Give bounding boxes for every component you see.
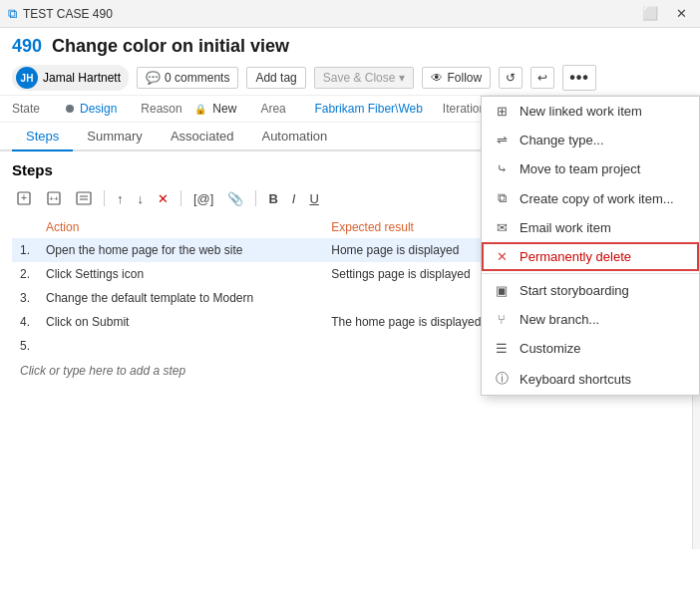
title-bar-text: TEST CASE 490 [23, 7, 113, 21]
menu-item-move-team[interactable]: ⤷Move to team project [482, 154, 699, 183]
toolbar-italic[interactable]: I [288, 189, 300, 208]
toolbar-move-down[interactable]: ↓ [134, 189, 149, 208]
branch-icon: ⑂ [494, 312, 510, 327]
col-num [12, 218, 38, 238]
state-label: State [12, 102, 60, 116]
menu-item-customize[interactable]: ☰Customize [482, 334, 699, 363]
toolbar-add-step[interactable]: + [12, 188, 36, 208]
menu-item-perm-delete[interactable]: ✕Permanently delete [482, 242, 699, 271]
title-bar-left: ⧉ TEST CASE 490 [8, 6, 113, 22]
maximize-button[interactable]: ⬜ [637, 4, 663, 23]
add-tag-label: Add tag [255, 71, 296, 85]
more-icon: ••• [569, 69, 589, 87]
menu-item-new-linked[interactable]: ⊞New linked work item [482, 97, 699, 126]
area-field: Area Fabrikam Fiber\Web [260, 102, 422, 116]
work-item-id: 490 [12, 36, 42, 57]
menu-item-label: Start storyboarding [520, 283, 629, 298]
menu-item-label: Permanently delete [520, 249, 631, 264]
svg-text:++: ++ [49, 194, 59, 203]
tab-steps[interactable]: Steps [12, 123, 73, 151]
comments-label: 0 comments [165, 71, 229, 85]
step-num: 4. [12, 310, 38, 334]
toolbar-add-shared-step[interactable]: ++ [42, 188, 66, 208]
user-pill[interactable]: JH Jamal Hartnett [12, 65, 129, 91]
step-num: 1. [12, 238, 38, 262]
info-icon: ⓘ [494, 370, 510, 388]
menu-item-label: New branch... [520, 312, 599, 327]
svg-text:+: + [21, 191, 27, 203]
follow-button[interactable]: 👁 Follow [422, 67, 491, 89]
menu-item-keyboard[interactable]: ⓘKeyboard shortcuts [482, 363, 699, 395]
menu-item-label: New linked work item [520, 104, 642, 119]
customize-icon: ☰ [494, 341, 510, 356]
save-dropdown-icon: ▾ [399, 71, 405, 85]
step-action[interactable]: Change the default template to Modern [38, 286, 323, 310]
toolbar-underline[interactable]: U [305, 189, 322, 208]
more-button[interactable]: ••• [562, 65, 596, 91]
toolbar-move-up[interactable]: ↑ [113, 189, 128, 208]
comment-icon: 💬 [146, 71, 161, 85]
menu-item-email-item[interactable]: ✉Email work item [482, 213, 699, 242]
menu-item-label: Keyboard shortcuts [520, 372, 631, 387]
menu-item-label: Move to team project [520, 161, 640, 176]
grid-icon: ⊞ [494, 104, 510, 119]
step-num: 3. [12, 286, 38, 310]
add-tag-button[interactable]: Add tag [246, 67, 305, 89]
comments-button[interactable]: 💬 0 comments [137, 67, 238, 89]
user-name: Jamal Hartnett [43, 71, 121, 85]
toolbar-sep-1 [104, 190, 105, 206]
step-action[interactable]: Open the home page for the web site [38, 238, 323, 262]
menu-item-new-branch[interactable]: ⑂New branch... [482, 305, 699, 334]
reason-value[interactable]: New [212, 102, 236, 116]
reason-field: Reason 🔒 New [141, 102, 236, 116]
refresh-button[interactable]: ↺ [499, 67, 523, 89]
menu-item-label: Customize [520, 341, 580, 356]
work-item-title: 490 Change color on initial view [12, 36, 688, 57]
undo-button[interactable]: ↩ [530, 67, 554, 89]
col-action: Action [38, 218, 323, 238]
work-item-title-text: Change color on initial view [52, 36, 289, 57]
story-icon: ▣ [494, 283, 510, 298]
toolbar-insert-step[interactable] [72, 188, 96, 208]
svg-rect-4 [77, 192, 91, 204]
menu-item-label: Change type... [520, 133, 604, 148]
toolbar-sep-2 [180, 190, 181, 206]
area-value[interactable]: Fabrikam Fiber\Web [314, 102, 422, 116]
toolbar-param[interactable]: [@] [189, 189, 217, 208]
state-field: State Design [12, 102, 117, 116]
title-bar-right: ⬜ ✕ [637, 4, 692, 23]
close-button[interactable]: ✕ [671, 4, 692, 23]
toolbar-bold[interactable]: B [264, 189, 281, 208]
area-label: Area [260, 102, 308, 116]
lock-icon: 🔒 [194, 104, 206, 115]
follow-icon: 👁 [431, 71, 443, 85]
reason-label: Reason [141, 102, 188, 116]
tab-summary[interactable]: Summary [73, 123, 157, 151]
email-icon: ✉ [494, 220, 510, 235]
toolbar-delete[interactable]: ✕ [154, 189, 173, 208]
avatar: JH [16, 67, 38, 89]
menu-item-label: Create copy of work item... [520, 191, 674, 206]
save-close-button[interactable]: Save & Close ▾ [314, 67, 415, 89]
refresh-icon: ↺ [506, 71, 516, 85]
context-menu: ⊞New linked work item⇌Change type...⤷Mov… [481, 96, 700, 396]
step-num: 2. [12, 262, 38, 286]
arrows-icon: ⇌ [494, 133, 510, 148]
step-action[interactable]: Click on Submit [38, 310, 323, 334]
save-label: Save & Close [323, 71, 396, 85]
move-icon: ⤷ [494, 161, 510, 176]
menu-item-start-story[interactable]: ▣Start storyboarding [482, 276, 699, 305]
step-action[interactable] [38, 334, 323, 358]
tab-automation[interactable]: Automation [247, 123, 341, 151]
menu-item-copy-work[interactable]: ⧉Create copy of work item... [482, 183, 699, 213]
step-action[interactable]: Click Settings icon [38, 262, 323, 286]
state-value[interactable]: Design [80, 102, 117, 116]
toolbar-attach[interactable]: 📎 [223, 189, 247, 208]
follow-label: Follow [447, 71, 482, 85]
work-item-actions: JH Jamal Hartnett 💬 0 comments Add tag S… [12, 65, 688, 91]
menu-item-label: Email work item [520, 220, 611, 235]
delete-icon: ✕ [494, 249, 510, 264]
menu-item-change-type[interactable]: ⇌Change type... [482, 126, 699, 154]
tab-associated[interactable]: Associated [157, 123, 248, 151]
state-dot [66, 105, 74, 113]
